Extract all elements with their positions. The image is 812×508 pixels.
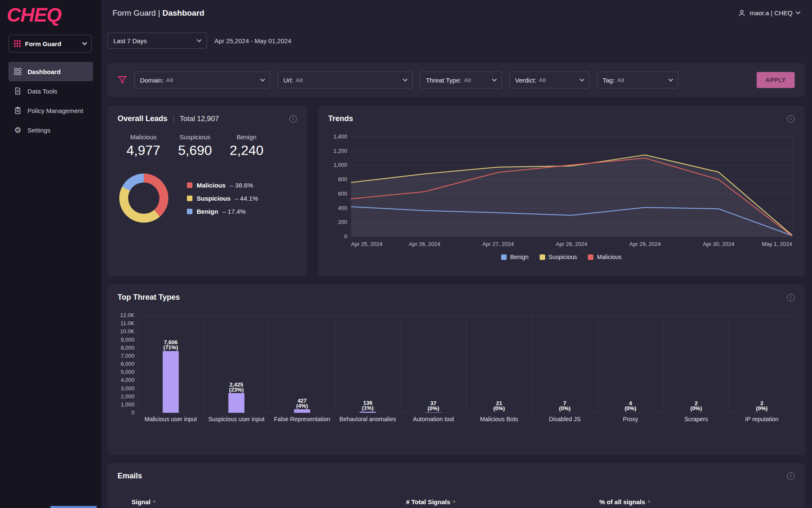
legend-swatch [501, 254, 507, 260]
chevron-down-icon [579, 77, 584, 81]
svg-text:0: 0 [344, 233, 347, 240]
svg-text:200: 200 [338, 219, 347, 225]
svg-text:Apr 29, 2024: Apr 29, 2024 [629, 241, 661, 247]
product-selector-label: Form Guard [25, 40, 61, 47]
date-toolbar: Last 7 Days Apr 25,2024 - May 01,2024 [107, 33, 805, 49]
svg-text:Proxy: Proxy [623, 416, 638, 422]
filter-threat-type[interactable]: Threat Type: All [420, 72, 502, 88]
emails-col-total-signals[interactable]: # Total Signals^ [406, 498, 599, 505]
info-icon[interactable]: i [289, 115, 297, 123]
info-icon[interactable]: i [787, 115, 795, 123]
filters-bar: Domain: All Url: All Threat Type: All Ve… [107, 63, 805, 97]
sort-asc-icon: ^ [647, 500, 650, 505]
content: Last 7 Days Apr 25,2024 - May 01,2024 Do… [102, 26, 812, 508]
filter-domain[interactable]: Domain: All [134, 72, 270, 88]
svg-text:(0%): (0%) [690, 405, 702, 411]
column-label: % of all signals [599, 498, 645, 505]
svg-text:(0%): (0%) [493, 405, 505, 411]
emails-col-pct-signals[interactable]: % of all signals^ [599, 498, 795, 505]
stat-label: Malicious [118, 133, 169, 141]
date-range-select-value: Last 7 Days [113, 37, 147, 44]
sidebar-item-dashboard[interactable]: Dashboard [8, 62, 93, 81]
svg-text:11.0K: 11.0K [121, 320, 134, 326]
overall-leads-card: Overall Leads Total 12,907 i Malicious 4… [107, 106, 307, 276]
legend-label: Benign [197, 208, 218, 215]
legend-label: Suspicious [549, 254, 577, 260]
svg-text:3,000: 3,000 [121, 385, 134, 392]
svg-text:Disabled JS: Disabled JS [549, 416, 581, 422]
filter-url[interactable]: Url: All [277, 72, 413, 88]
main-area: Form Guard | Dashboard maor.a | CHEQ Las… [102, 0, 812, 508]
date-range-text: Apr 25,2024 - May 01,2024 [214, 37, 291, 44]
legend-item-malicious: Malicious [588, 254, 621, 260]
sidebar-item-settings[interactable]: ⚙ Settings [8, 120, 93, 140]
filter-value: All [464, 77, 471, 83]
trends-chart: 02004006008001,0001,2001,400Apr 25, 2024… [328, 131, 795, 253]
chevron-down-icon [197, 37, 201, 42]
info-icon[interactable]: i [787, 294, 795, 301]
sidebar-item-label: Policy Management [27, 107, 83, 114]
svg-text:(4%): (4%) [296, 403, 308, 409]
svg-text:0: 0 [132, 409, 134, 416]
svg-text:(0%): (0%) [625, 405, 636, 411]
chevron-down-icon [82, 40, 87, 45]
date-range-select[interactable]: Last 7 Days [107, 33, 207, 49]
filter-funnel-icon [118, 76, 127, 84]
svg-text:5,000: 5,000 [121, 369, 134, 375]
stat-label: Suspicious [169, 133, 221, 141]
sidebar: CHEQ Form Guard Dashboard Data Tools Pol… [0, 0, 102, 508]
policy-management-icon [14, 107, 22, 114]
user-icon [738, 9, 746, 17]
stat-benign: Benign 2,240 [221, 133, 272, 158]
legend-label: Malicious [597, 254, 621, 260]
svg-text:8,000: 8,000 [121, 345, 134, 351]
legend-item-benign: Benign [501, 254, 529, 260]
sidebar-item-data-tools[interactable]: Data Tools [8, 81, 93, 101]
svg-text:400: 400 [338, 205, 347, 211]
product-selector[interactable]: Form Guard [8, 35, 92, 52]
data-tools-icon [14, 87, 22, 95]
filter-label: Verdict: [515, 77, 536, 84]
stat-suspicious: Suspicious 5,690 [169, 133, 221, 158]
svg-text:4,000: 4,000 [121, 377, 134, 383]
svg-text:(0%): (0%) [428, 405, 439, 411]
top-threat-types-card: Top Threat Types i 12.0K11.0K10.0K9,0008… [107, 284, 805, 455]
filter-verdict[interactable]: Verdict: All [509, 72, 590, 88]
stat-value: 2,240 [221, 143, 272, 158]
sidebar-item-policy-management[interactable]: Policy Management [8, 101, 93, 120]
emails-title: Emails [118, 472, 142, 480]
filter-label: Url: [283, 77, 293, 84]
emails-col-signal[interactable]: Signal^ [132, 498, 406, 505]
dashboard-icon [14, 68, 22, 75]
legend-item-benign: Benign – 17.4% [187, 208, 258, 215]
sidebar-nav: Dashboard Data Tools Policy Management ⚙… [0, 62, 102, 140]
filter-value: All [539, 77, 546, 83]
stat-value: 4,977 [118, 143, 169, 158]
top-header: Form Guard | Dashboard maor.a | CHEQ [102, 0, 812, 26]
brand-logo: CHEQ [0, 0, 102, 26]
apply-button[interactable]: APPLY [757, 72, 795, 88]
svg-text:1,000: 1,000 [121, 401, 134, 408]
user-menu[interactable]: maor.a | CHEQ [738, 9, 800, 17]
legend-swatch [187, 196, 192, 201]
threats-chart: 12.0K11.0K10.0K9,0008,0007,0006,0005,000… [118, 309, 795, 430]
sidebar-item-label: Dashboard [27, 68, 60, 75]
svg-text:Suspicious user input: Suspicious user input [208, 416, 264, 422]
filter-tag[interactable]: Tag: All [597, 72, 678, 88]
svg-text:600: 600 [338, 190, 347, 197]
info-icon[interactable]: i [787, 472, 795, 480]
legend-pct: – 44.1% [235, 195, 258, 202]
horizontal-scrollbar-thumb[interactable] [50, 506, 97, 508]
svg-text:False Representation: False Representation [274, 416, 330, 422]
chevron-down-icon [492, 77, 497, 81]
chevron-down-icon [403, 77, 407, 81]
svg-text:Apr 30, 2024: Apr 30, 2024 [703, 241, 734, 247]
trends-legend: Benign Suspicious Malicious [328, 254, 795, 260]
legend-pct: – 17.4% [222, 208, 246, 215]
svg-text:(23%): (23%) [229, 387, 244, 393]
page-title-current: Dashboard [162, 8, 204, 17]
apps-grid-icon [14, 40, 21, 47]
svg-text:10.0K: 10.0K [120, 328, 134, 334]
svg-text:1,200: 1,200 [333, 148, 347, 154]
svg-text:(1%): (1%) [362, 405, 373, 411]
